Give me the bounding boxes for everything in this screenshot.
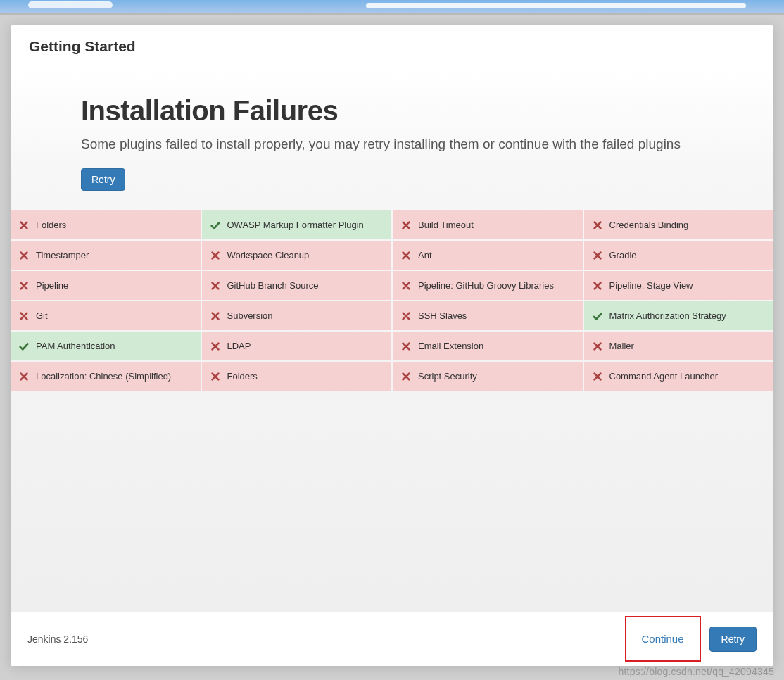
plugin-grid: FoldersOWASP Markup Formatter PluginBuil… — [11, 210, 773, 391]
x-icon — [210, 372, 220, 382]
background-sky — [0, 0, 784, 13]
x-icon — [593, 281, 602, 291]
plugin-name: Folders — [36, 220, 66, 230]
x-icon — [19, 281, 29, 291]
plugin-cell: Folders — [11, 210, 201, 239]
plugin-cell: Subversion — [202, 301, 392, 330]
x-icon — [210, 341, 220, 351]
plugin-cell: Workspace Cleanup — [202, 241, 392, 270]
plugin-cell: Script Security — [393, 362, 583, 391]
plugin-cell: Git — [11, 301, 201, 330]
x-icon — [401, 372, 411, 382]
page-subtitle: Some plugins failed to install properly,… — [81, 134, 703, 154]
plugin-cell: Command Agent Launcher — [584, 362, 774, 391]
x-icon — [210, 251, 220, 260]
plugin-name: Credentials Binding — [609, 220, 689, 230]
x-icon — [19, 220, 29, 230]
plugin-cell: Matrix Authorization Strategy — [584, 301, 774, 330]
plugin-cell: Timestamper — [11, 241, 201, 270]
x-icon — [593, 220, 602, 230]
retry-footer-button[interactable]: Retry — [709, 627, 757, 652]
x-icon — [401, 251, 411, 260]
footer-actions: Continue Retry — [625, 616, 757, 662]
dialog-footer: Jenkins 2.156 Continue Retry — [11, 611, 773, 666]
plugin-name: Pipeline: GitHub Groovy Libraries — [418, 280, 554, 291]
check-icon — [19, 341, 29, 351]
plugin-cell: Localization: Chinese (Simplified) — [11, 362, 201, 391]
plugin-cell: LDAP — [202, 332, 392, 360]
x-icon — [19, 251, 29, 260]
check-icon — [593, 311, 602, 321]
plugin-cell: Pipeline — [11, 271, 201, 300]
plugin-name: Script Security — [418, 371, 477, 382]
dialog-title: Getting Started — [29, 38, 755, 55]
plugin-name: Ant — [418, 250, 432, 260]
watermark: https://blog.csdn.net/qq_42094345 — [619, 666, 774, 677]
check-icon — [210, 220, 220, 230]
plugin-name: Localization: Chinese (Simplified) — [36, 371, 171, 382]
plugin-cell: Gradle — [584, 241, 774, 270]
plugin-name: Gradle — [609, 250, 637, 260]
page-backdrop: Getting Started Installation Failures So… — [0, 15, 784, 666]
plugin-cell: Mailer — [584, 332, 774, 360]
plugin-name: Workspace Cleanup — [227, 250, 310, 260]
plugin-name: Build Timeout — [418, 220, 474, 230]
retry-button[interactable]: Retry — [81, 168, 125, 191]
plugin-name: Folders — [227, 371, 258, 382]
x-icon — [593, 341, 602, 351]
plugin-cell: Build Timeout — [393, 210, 583, 239]
plugin-cell: GitHub Branch Source — [202, 271, 392, 300]
x-icon — [401, 341, 411, 351]
dialog-content: Installation Failures Some plugins faile… — [11, 68, 773, 611]
plugin-name: LDAP — [227, 341, 251, 351]
plugin-cell: PAM Authentication — [11, 332, 201, 360]
x-icon — [19, 311, 29, 321]
plugin-name: Mailer — [609, 341, 634, 351]
plugin-cell: SSH Slaves — [393, 301, 583, 330]
plugin-name: Matrix Authorization Strategy — [609, 310, 726, 321]
plugin-name: Timestamper — [36, 250, 89, 260]
plugin-name: GitHub Branch Source — [227, 280, 319, 291]
setup-wizard-dialog: Getting Started Installation Failures So… — [11, 25, 773, 666]
plugin-cell: OWASP Markup Formatter Plugin — [202, 210, 392, 239]
plugin-cell: Ant — [393, 241, 583, 270]
plugin-name: Email Extension — [418, 341, 483, 351]
page-title: Installation Failures — [81, 95, 703, 127]
x-icon — [593, 251, 602, 260]
x-icon — [401, 311, 411, 321]
plugin-cell: Credentials Binding — [584, 210, 774, 239]
plugin-cell: Pipeline: Stage View — [584, 271, 774, 300]
x-icon — [401, 281, 411, 291]
dialog-header: Getting Started — [11, 25, 773, 68]
continue-button[interactable]: Continue — [625, 616, 701, 662]
x-icon — [210, 311, 220, 321]
plugin-name: SSH Slaves — [418, 310, 467, 321]
x-icon — [210, 281, 220, 291]
plugin-name: Git — [36, 310, 48, 321]
plugin-name: Command Agent Launcher — [609, 371, 719, 382]
plugin-name: OWASP Markup Formatter Plugin — [227, 220, 364, 230]
plugin-name: PAM Authentication — [36, 341, 115, 351]
x-icon — [401, 220, 411, 230]
plugin-cell: Pipeline: GitHub Groovy Libraries — [393, 271, 583, 300]
x-icon — [19, 372, 29, 382]
plugin-name: Pipeline: Stage View — [609, 280, 693, 291]
x-icon — [593, 372, 602, 382]
plugin-name: Pipeline — [36, 280, 68, 291]
content-inner: Installation Failures Some plugins faile… — [11, 68, 773, 191]
plugin-cell: Email Extension — [393, 332, 583, 360]
plugin-cell: Folders — [202, 362, 392, 391]
plugin-name: Subversion — [227, 310, 273, 321]
version-label: Jenkins 2.156 — [27, 634, 88, 645]
